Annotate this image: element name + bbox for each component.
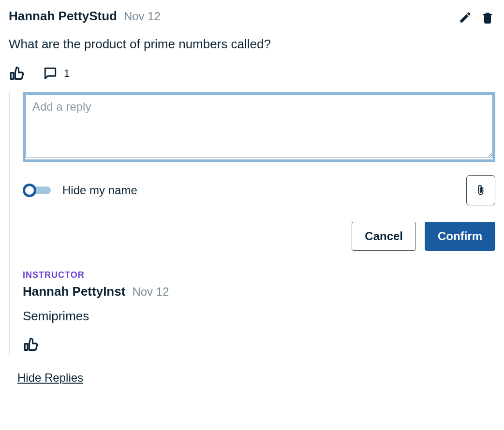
hide-name-row: Hide my name [23,184,137,197]
reply-author-line: Hannah PettyInst Nov 12 [23,284,495,299]
reply-buttons: Cancel Confirm [23,222,495,251]
paperclip-icon [474,183,487,198]
post-actions [459,11,494,25]
hide-name-toggle[interactable] [23,184,52,197]
reply-thread: Hide my name Cancel Confirm INSTRUCTOR H… [9,92,495,355]
reply-footer [23,336,495,355]
post-footer: 1 [9,65,495,82]
comment-icon [43,66,58,81]
post-date: Nov 12 [124,10,161,23]
instructor-tag: INSTRUCTOR [23,270,495,280]
reply-body: Semiprimes [23,309,495,324]
reply-item: INSTRUCTOR Hannah PettyInst Nov 12 Semip… [23,270,495,355]
reply-box [23,92,495,162]
like-icon[interactable] [9,65,25,82]
delete-icon[interactable] [481,11,494,25]
hide-name-label: Hide my name [62,184,137,197]
comment-count-value: 1 [64,67,70,80]
comment-button[interactable]: 1 [43,66,70,81]
reply-date: Nov 12 [132,285,169,299]
confirm-button[interactable]: Confirm [425,222,495,251]
post-body: What are the product of prime numbers ca… [9,37,495,52]
reply-controls: Hide my name [23,175,495,205]
like-icon[interactable] [23,336,39,353]
post-author-line: Hannah PettyStud Nov 12 [9,9,161,24]
hide-replies-link[interactable]: Hide Replies [17,371,83,385]
post-author: Hannah PettyStud [9,9,117,24]
attach-button[interactable] [466,175,495,205]
post-header: Hannah PettyStud Nov 12 [9,9,495,25]
reply-input[interactable] [25,95,493,158]
reply-author: Hannah PettyInst [23,284,125,299]
edit-icon[interactable] [459,11,472,25]
cancel-button[interactable]: Cancel [352,222,416,251]
